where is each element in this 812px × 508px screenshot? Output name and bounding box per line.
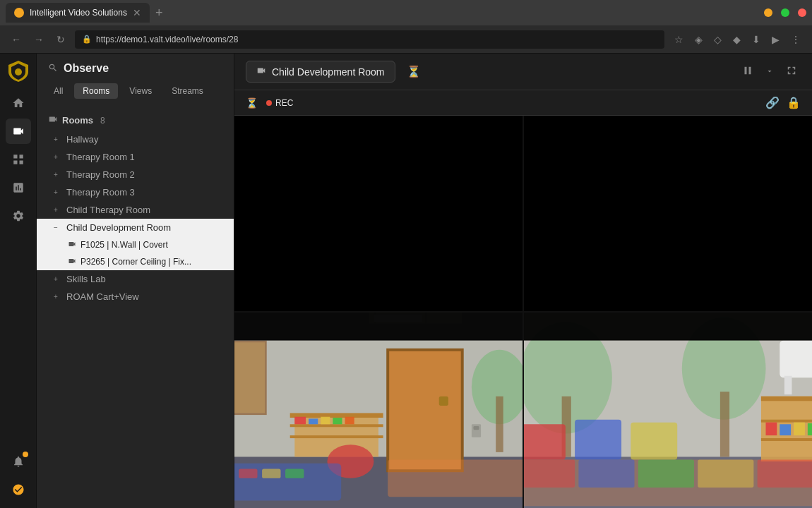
- notification-badge: [23, 452, 28, 457]
- svg-rect-7: [388, 350, 462, 471]
- sidenav-settings[interactable]: [6, 203, 31, 229]
- video-placeholder: [234, 116, 523, 311]
- expand-icon: +: [54, 153, 62, 161]
- tab-title: Intelligent Video Solutions: [30, 8, 127, 18]
- svg-rect-45: [766, 423, 777, 435]
- video-cell-bottom-right: [524, 313, 812, 508]
- room-item-therapy2[interactable]: + Therapy Room 2: [37, 166, 234, 183]
- rec-dot: [266, 100, 272, 106]
- expand-icon: +: [54, 293, 62, 301]
- room-name: Therapy Room 3: [66, 187, 135, 198]
- download-icon[interactable]: ⬇: [749, 31, 763, 48]
- camera-name: F1025 | N.Wall | Covert: [80, 240, 168, 250]
- tab-streams[interactable]: Streams: [163, 83, 212, 99]
- camera-item-f1025[interactable]: F1025 | N.Wall | Covert: [37, 236, 234, 253]
- svg-rect-20: [321, 417, 330, 425]
- address-url: https://demo1.valt.video/live/rooms/28: [96, 35, 238, 44]
- tab-rooms[interactable]: Rooms: [74, 83, 118, 99]
- room-name: Child Therapy Room: [66, 205, 150, 215]
- new-tab-button[interactable]: +: [155, 6, 163, 20]
- room-name: Therapy Room 1: [66, 152, 135, 162]
- room-name: ROAM Cart+View: [66, 291, 139, 302]
- extension-icon-1[interactable]: ◈: [692, 31, 705, 48]
- svg-rect-50: [524, 424, 566, 459]
- sidebar-tabs: All Rooms Views Streams: [37, 83, 234, 104]
- fullscreen-button[interactable]: [782, 61, 801, 83]
- extension-icon-2[interactable]: ◇: [711, 31, 724, 48]
- svg-rect-58: [758, 459, 812, 488]
- link-icon[interactable]: 🔗: [765, 96, 780, 109]
- room-item-child-therapy[interactable]: + Child Therapy Room: [37, 201, 234, 219]
- toolbar: ⏳ REC 🔗 🔒: [234, 90, 812, 116]
- dropdown-arrow-icon[interactable]: [763, 63, 777, 81]
- address-bar[interactable]: 🔒 https://demo1.valt.video/live/rooms/28: [75, 30, 664, 49]
- room-label-button[interactable]: Child Development Room: [246, 61, 395, 83]
- expand-icon: +: [54, 135, 62, 143]
- nav-back-button[interactable]: ←: [8, 31, 24, 48]
- room-item-hallway[interactable]: + Hallway: [37, 131, 234, 148]
- main-content: Child Development Room ⏳: [234, 54, 812, 508]
- camera-item-p3265[interactable]: P3265 | Corner Ceiling | Fix...: [37, 253, 234, 270]
- nav-refresh-button[interactable]: ↻: [54, 31, 68, 48]
- browser-tab[interactable]: Intelligent Video Solutions ✕: [6, 3, 150, 23]
- room-name: Child Development Room: [66, 222, 171, 233]
- svg-rect-55: [578, 459, 634, 488]
- svg-rect-48: [808, 423, 812, 435]
- room-name: Hallway: [66, 134, 99, 145]
- svg-rect-38: [780, 341, 812, 378]
- camera-icon: [68, 257, 76, 267]
- extension-icon-4[interactable]: ▶: [769, 31, 782, 48]
- menu-icon[interactable]: ⋮: [788, 31, 804, 48]
- browser-action-bar: ☆ ◈ ◇ ◆ ⬇ ▶ ⋮: [671, 31, 804, 48]
- window-minimize-button[interactable]: —: [764, 8, 772, 17]
- window-maximize-button[interactable]: □: [781, 8, 789, 17]
- sidenav-camera[interactable]: [6, 119, 31, 144]
- expand-icon: +: [54, 171, 62, 179]
- room-item-therapy3[interactable]: + Therapy Room 3: [37, 183, 234, 201]
- camera-name: P3265 | Corner Ceiling | Fix...: [80, 257, 191, 267]
- room-name: Skills Lab: [66, 274, 106, 284]
- toolbar-hourglass-icon: ⏳: [246, 97, 258, 109]
- room-item-therapy1[interactable]: + Therapy Room 1: [37, 148, 234, 166]
- browser-addressbar: ← → ↻ 🔒 https://demo1.valt.video/live/ro…: [0, 25, 812, 54]
- address-lock-icon: 🔒: [82, 35, 92, 44]
- rooms-section-count: 8: [100, 116, 105, 126]
- tab-views[interactable]: Views: [121, 83, 160, 99]
- bookmark-icon[interactable]: ☆: [671, 31, 686, 48]
- room-name: Therapy Room 2: [66, 169, 135, 180]
- tab-all[interactable]: All: [45, 83, 71, 99]
- lock-icon[interactable]: 🔒: [787, 96, 801, 109]
- expand-icon: +: [54, 188, 62, 196]
- main-header: Child Development Room ⏳: [234, 54, 812, 90]
- sidenav-notifications[interactable]: [6, 449, 31, 474]
- video-placeholder: [524, 116, 812, 311]
- extension-icon-3[interactable]: ◆: [730, 31, 744, 48]
- sidenav-home[interactable]: [6, 90, 31, 116]
- sidebar-title: Observe: [64, 62, 109, 75]
- svg-rect-44: [761, 438, 812, 441]
- hourglass-icon: ⏳: [407, 65, 421, 78]
- sidenav-user[interactable]: [6, 477, 31, 502]
- room-item-child-dev[interactable]: − Child Development Room: [37, 219, 234, 236]
- camera-icon: [68, 240, 76, 250]
- room-item-roam[interactable]: + ROAM Cart+View: [37, 288, 234, 306]
- svg-rect-28: [388, 459, 523, 497]
- room-item-skills-lab[interactable]: + Skills Lab: [37, 270, 234, 288]
- toolbar-right: 🔗 🔒: [765, 96, 801, 109]
- window-close-button[interactable]: ✕: [798, 8, 806, 17]
- sidebar-content: Rooms 8 + Hallway + Therapy Room 1 + T: [37, 104, 234, 508]
- nav-forward-button[interactable]: →: [31, 31, 47, 48]
- svg-rect-27: [285, 469, 304, 478]
- svg-rect-46: [780, 424, 791, 435]
- room-label-text: Child Development Room: [272, 66, 385, 78]
- sidenav-grid[interactable]: [6, 147, 31, 172]
- rooms-section: Rooms 8 + Hallway + Therapy Room 1 + T: [37, 110, 234, 306]
- rec-label: REC: [275, 98, 293, 108]
- header-actions: [739, 61, 801, 83]
- pause-button[interactable]: [739, 61, 757, 83]
- svg-rect-13: [496, 397, 503, 452]
- tab-close-button[interactable]: ✕: [133, 7, 141, 18]
- sidebar-search-icon[interactable]: [48, 63, 58, 75]
- app-layout: Observe All Rooms Views Streams Rooms 8: [0, 54, 812, 508]
- sidenav-analytics[interactable]: [6, 175, 31, 200]
